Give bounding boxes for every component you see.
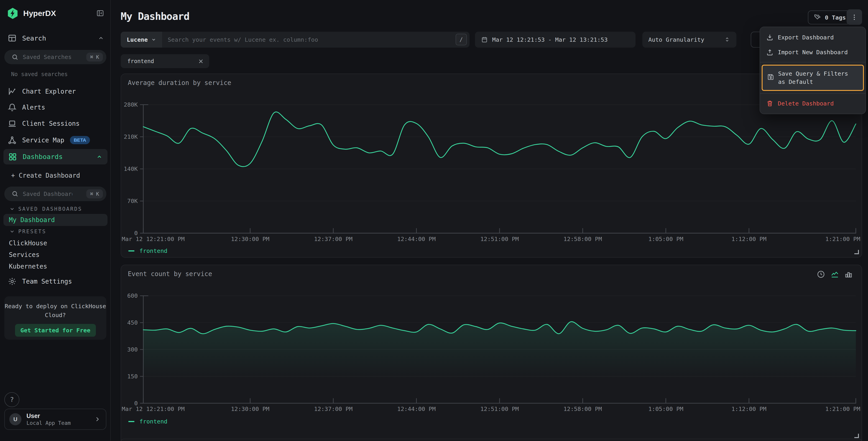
- sidebar-item-label: Alerts: [22, 104, 45, 111]
- gear-icon: [8, 277, 17, 286]
- chevron-up-icon[interactable]: [96, 154, 102, 160]
- svg-text:12:44:00 PM: 12:44:00 PM: [397, 235, 436, 242]
- sidebar-item-client-sessions[interactable]: Client Sessions: [0, 116, 111, 131]
- saved-dashboards-search[interactable]: ⌘ K: [4, 186, 106, 201]
- hyperdx-logo-icon: [7, 7, 19, 19]
- preset-kubernetes[interactable]: Kubernetes: [0, 261, 111, 272]
- shortcut-kbd: ⌘ K: [86, 53, 103, 62]
- promo-text: Ready to deploy on ClickHouse: [4, 302, 106, 311]
- svg-text:12:51:00 PM: 12:51:00 PM: [480, 235, 519, 242]
- date-range-value: Mar 12 12:21:53 - Mar 12 13:21:53: [492, 36, 608, 43]
- sidebar-collapse-icon[interactable]: [96, 9, 104, 17]
- legend-swatch: [128, 251, 134, 252]
- sidebar-item-label: Client Sessions: [22, 120, 80, 127]
- saved-searches-search[interactable]: ⌘ K: [4, 50, 106, 64]
- event-search-bar: Lucene /: [121, 32, 469, 48]
- svg-text:150: 150: [127, 373, 138, 380]
- svg-text:1:12:00 PM: 1:12:00 PM: [732, 235, 767, 242]
- granularity-select[interactable]: Auto Granularity: [642, 32, 736, 48]
- filter-chip-frontend[interactable]: frontend: [121, 54, 209, 68]
- logo-row: HyperDX: [0, 7, 111, 20]
- svg-text:12:30:00 PM: 12:30:00 PM: [231, 406, 269, 412]
- page-title: My Dashboard: [121, 10, 189, 22]
- svg-text:1:05:00 PM: 1:05:00 PM: [648, 406, 683, 412]
- logo-text: HyperDX: [23, 9, 56, 18]
- chevron-down-icon: [9, 229, 15, 234]
- svg-text:1:12:00 PM: 1:12:00 PM: [732, 406, 767, 412]
- query-language-select[interactable]: Lucene: [121, 32, 162, 48]
- save-icon: [767, 74, 774, 81]
- sidebar-item-search[interactable]: Search: [0, 31, 111, 45]
- question-icon: ?: [10, 396, 14, 404]
- svg-text:70K: 70K: [127, 198, 138, 204]
- menu-divider: [760, 93, 866, 94]
- preset-clickhouse[interactable]: ClickHouse: [0, 238, 111, 249]
- beta-badge: BETA: [70, 136, 90, 144]
- sidebar-item-my-dashboard[interactable]: My Dashboard: [3, 214, 107, 226]
- sidebar-item-service-map[interactable]: Service Map BETA: [0, 133, 111, 147]
- sidebar-item-label: Search: [22, 34, 46, 42]
- chart-title: Event count by service: [128, 270, 212, 278]
- download-icon: [766, 34, 774, 41]
- kebab-menu-button[interactable]: [846, 9, 862, 25]
- preset-services[interactable]: Services: [0, 249, 111, 260]
- svg-text:12:37:00 PM: 12:37:00 PM: [314, 406, 352, 412]
- get-started-button[interactable]: Get Started for Free: [15, 324, 96, 337]
- saved-searches-input[interactable]: [23, 54, 73, 60]
- sidebar-item-label: Service Map: [22, 137, 64, 144]
- search-icon: [11, 190, 18, 197]
- close-icon[interactable]: [198, 59, 204, 64]
- tags-icon: [814, 14, 821, 21]
- saved-dashboards-section[interactable]: SAVED DASHBOARDS: [0, 205, 111, 213]
- svg-text:1:21:00 PM: 1:21:00 PM: [825, 406, 860, 412]
- user-name: User: [26, 413, 71, 419]
- clickhouse-cloud-promo: Ready to deploy on ClickHouse Cloud? Get…: [4, 296, 106, 340]
- panel-resize-handle[interactable]: [854, 434, 859, 438]
- menu-item-delete-dashboard[interactable]: Delete Dashboard: [760, 96, 866, 111]
- svg-text:280K: 280K: [124, 101, 138, 108]
- line-chart[interactable]: 0150300450600Mar 12 12:21:00 PM12:30:00 …: [121, 291, 863, 414]
- kebab-icon: [851, 14, 858, 21]
- selector-icon: [724, 36, 730, 42]
- presets-section[interactable]: PRESETS: [0, 228, 111, 235]
- calendar-icon: [481, 36, 488, 43]
- chart-panel-avg-duration: Average duration by service 070K140K210K…: [121, 74, 862, 257]
- sidebar-item-dashboards[interactable]: Dashboards: [3, 149, 107, 165]
- trash-icon: [766, 100, 774, 107]
- sidebar-item-label: Team Settings: [22, 278, 72, 285]
- user-card[interactable]: U User Local App Team: [4, 409, 106, 430]
- sidebar-item-alerts[interactable]: Alerts: [0, 100, 111, 115]
- clock-icon[interactable]: [817, 270, 825, 278]
- menu-item-import-dashboard[interactable]: Import New Dashboard: [760, 45, 866, 60]
- legend-label[interactable]: frontend: [140, 418, 167, 425]
- menu-divider: [760, 62, 866, 62]
- line-chart[interactable]: 070K140K210K280KMar 12 12:21:00 PM12:30:…: [121, 100, 863, 244]
- chart-panel-event-count: Event count by service 0150300450600Mar …: [121, 265, 862, 441]
- svg-text:210K: 210K: [124, 133, 138, 140]
- bar-chart-icon[interactable]: [844, 270, 852, 278]
- date-range-picker[interactable]: Mar 12 12:21:53 - Mar 12 13:21:53: [475, 32, 636, 48]
- chart-legend: frontend: [128, 418, 167, 425]
- help-button[interactable]: ?: [4, 392, 19, 407]
- menu-item-export-dashboard[interactable]: Export Dashboard: [760, 30, 866, 45]
- chevron-down-icon: [151, 37, 156, 42]
- sidebar: HyperDX Search ⌘ K No saved searches Cha…: [0, 0, 111, 441]
- saved-dashboards-input[interactable]: [23, 190, 73, 197]
- sidebar-item-label: Dashboards: [23, 153, 63, 160]
- svg-text:12:58:00 PM: 12:58:00 PM: [564, 235, 602, 242]
- upload-icon: [766, 49, 774, 56]
- sidebar-item-team-settings[interactable]: Team Settings: [0, 275, 111, 288]
- svg-text:1:21:00 PM: 1:21:00 PM: [825, 235, 860, 242]
- line-chart-icon[interactable]: [831, 270, 839, 278]
- avatar: U: [9, 413, 22, 425]
- create-dashboard-button[interactable]: + Create Dashboard: [0, 170, 111, 181]
- sidebar-item-chart-explorer[interactable]: Chart Explorer: [0, 84, 111, 99]
- chevron-right-icon: [94, 416, 100, 422]
- svg-text:12:44:00 PM: 12:44:00 PM: [397, 406, 436, 412]
- tags-button[interactable]: 0 Tags: [808, 10, 852, 24]
- legend-label[interactable]: frontend: [140, 247, 167, 254]
- chevron-up-icon[interactable]: [98, 35, 104, 41]
- panel-resize-handle[interactable]: [854, 250, 859, 254]
- event-search-input[interactable]: [167, 36, 456, 43]
- menu-item-save-default[interactable]: Save Query & Filters as Default: [762, 65, 864, 91]
